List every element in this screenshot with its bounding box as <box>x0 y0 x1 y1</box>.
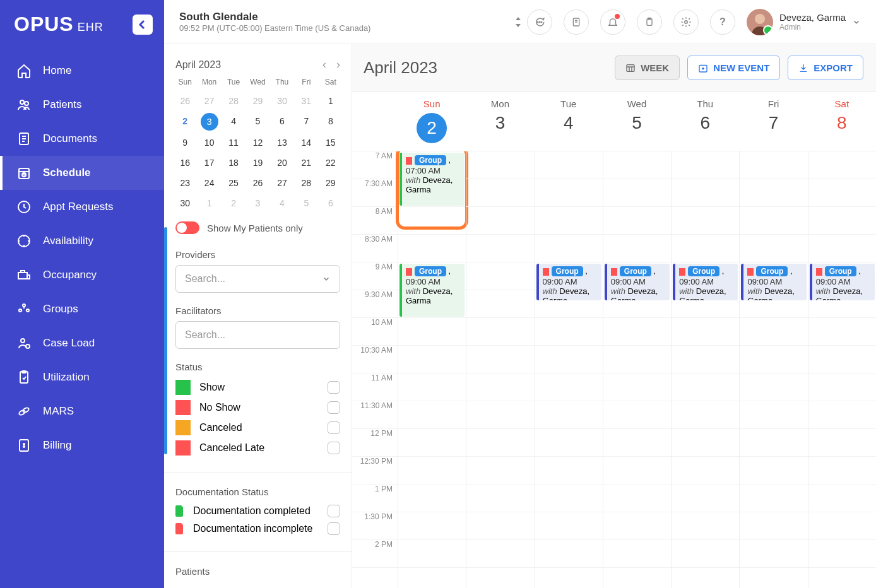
calendar-event[interactable]: Group ,09:00 AMwith Deveza, Garma <box>605 264 670 300</box>
new-event-button[interactable]: NEW EVENT <box>687 56 780 80</box>
mini-cal-day[interactable]: 31 <box>294 93 318 109</box>
clipboard-icon[interactable] <box>637 9 662 35</box>
sidebar-item-appt-requests[interactable]: Appt Requests <box>0 190 164 224</box>
sidebar-item-documents[interactable]: Documents <box>0 122 164 156</box>
mini-cal-day[interactable]: 26 <box>246 175 269 191</box>
mini-cal-day[interactable]: 28 <box>294 175 318 191</box>
sidebar-item-utilization[interactable]: Utilization <box>0 360 164 394</box>
mini-cal-day[interactable]: 6 <box>270 113 294 131</box>
day-column[interactable]: Group ,09:00 AMwith Deveza, Garma <box>671 151 739 588</box>
mini-cal-day[interactable]: 2 <box>173 113 197 131</box>
sidebar-item-availability[interactable]: Availability <box>0 224 164 258</box>
sidebar-item-occupancy[interactable]: Occupancy <box>0 258 164 292</box>
facilitators-input[interactable] <box>175 321 340 349</box>
mini-cal-day[interactable]: 16 <box>173 155 197 171</box>
dow-header[interactable]: Fri7 <box>739 92 807 151</box>
day-column[interactable]: Group ,09:00 AMwith Deveza, Garma <box>739 151 807 588</box>
mini-cal-day[interactable]: 1 <box>319 93 343 109</box>
mini-cal-day[interactable]: 3 <box>201 113 218 131</box>
mini-cal-day[interactable]: 11 <box>222 134 246 151</box>
calendar-event[interactable]: Group ,09:00 AMwith Deveza, Garma <box>400 264 465 317</box>
mini-cal-day[interactable]: 29 <box>319 175 343 191</box>
mini-cal-day[interactable]: 30 <box>173 195 197 211</box>
day-column[interactable]: Group ,09:00 AMwith Deveza, Garma <box>535 151 603 588</box>
mini-cal-day[interactable]: 5 <box>246 113 269 131</box>
status-checkbox[interactable] <box>328 401 340 414</box>
settings-icon[interactable] <box>673 9 699 35</box>
day-column[interactable]: Group ,07:00 AMwith Deveza, GarmaGroup ,… <box>398 151 466 588</box>
mini-cal-day[interactable]: 2 <box>222 195 246 211</box>
calendar-event[interactable]: Group ,09:00 AMwith Deveza, Garma <box>741 264 806 300</box>
mini-cal-day[interactable]: 14 <box>294 134 318 151</box>
help-icon[interactable]: ? <box>710 9 735 35</box>
mini-cal-day[interactable]: 25 <box>222 175 246 191</box>
mini-cal-day[interactable]: 30 <box>270 93 294 109</box>
calendar-event[interactable]: Group ,09:00 AMwith Deveza, Garma <box>673 264 738 300</box>
mini-cal-day[interactable]: 13 <box>270 134 294 151</box>
mini-cal-day[interactable]: 22 <box>319 155 343 171</box>
mini-cal-day[interactable]: 3 <box>246 195 269 211</box>
mini-cal-day[interactable]: 19 <box>246 155 269 171</box>
location-switcher[interactable] <box>512 17 522 27</box>
day-column[interactable] <box>466 151 534 588</box>
notes-icon[interactable] <box>564 9 589 35</box>
status-checkbox[interactable] <box>328 442 340 454</box>
sidebar-item-mars[interactable]: MARS <box>0 394 164 428</box>
mini-cal-dow: Fri <box>294 78 318 89</box>
export-button[interactable]: EXPORT <box>788 56 863 80</box>
time-label: 12 PM <box>352 429 398 457</box>
user-menu[interactable]: Deveza, Garma Admin <box>747 9 861 35</box>
status-checkbox[interactable] <box>328 381 340 394</box>
sidebar-item-groups[interactable]: Groups <box>0 292 164 326</box>
doc-status-checkbox[interactable] <box>328 505 340 517</box>
mini-cal-day[interactable]: 6 <box>319 195 343 211</box>
dow-header[interactable]: Sun2 <box>398 92 466 151</box>
day-column[interactable]: Group ,09:00 AMwith Deveza, Garma <box>603 151 671 588</box>
mini-cal-day[interactable]: 4 <box>270 195 294 211</box>
mini-cal-day[interactable]: 7 <box>294 113 318 131</box>
day-column[interactable]: Group ,09:00 AMwith Deveza, Garma <box>808 151 876 588</box>
view-week-button[interactable]: WEEK <box>615 56 680 80</box>
dow-header[interactable]: Thu6 <box>671 92 739 151</box>
mini-cal-day[interactable]: 23 <box>173 175 197 191</box>
mini-cal-day[interactable]: 20 <box>270 155 294 171</box>
sidebar-item-case-load[interactable]: Case Load <box>0 326 164 360</box>
calendar-event[interactable]: Group ,09:00 AMwith Deveza, Garma <box>810 264 875 300</box>
dow-header[interactable]: Wed5 <box>603 92 671 151</box>
mini-cal-day[interactable]: 27 <box>197 93 221 109</box>
mini-cal-day[interactable]: 4 <box>222 113 246 131</box>
dow-header[interactable]: Mon3 <box>466 92 534 151</box>
mini-cal-prev[interactable]: ‹ <box>323 58 326 71</box>
doc-status-checkbox[interactable] <box>328 522 340 535</box>
mini-cal-day[interactable]: 9 <box>173 134 197 151</box>
sidebar-collapse-button[interactable] <box>133 15 153 35</box>
show-my-patients-toggle[interactable] <box>175 221 199 234</box>
mini-cal-day[interactable]: 5 <box>294 195 318 211</box>
calendar-event[interactable]: Group ,07:00 AMwith Deveza, Garma <box>400 153 465 206</box>
mini-cal-day[interactable]: 18 <box>222 155 246 171</box>
mini-cal-day[interactable]: 17 <box>197 155 221 171</box>
notifications-icon[interactable] <box>600 9 625 35</box>
mini-cal-day[interactable]: 29 <box>246 93 269 109</box>
mini-cal-day[interactable]: 12 <box>246 134 269 151</box>
dow-header[interactable]: Sat8 <box>808 92 876 151</box>
mini-cal-day[interactable]: 1 <box>197 195 221 211</box>
mini-cal-day[interactable]: 28 <box>222 93 246 109</box>
messages-icon[interactable] <box>527 9 552 35</box>
calendar-event[interactable]: Group ,09:00 AMwith Deveza, Garma <box>536 264 601 300</box>
mini-cal-next[interactable]: › <box>336 58 340 71</box>
sidebar-item-patients[interactable]: Patients <box>0 88 164 122</box>
mini-cal-day[interactable]: 26 <box>173 93 197 109</box>
sidebar-item-home[interactable]: Home <box>0 54 164 88</box>
status-checkbox[interactable] <box>328 421 340 434</box>
dow-header[interactable]: Tue4 <box>535 92 603 151</box>
mini-cal-day[interactable]: 8 <box>319 113 343 131</box>
mini-cal-day[interactable]: 27 <box>270 175 294 191</box>
mini-cal-day[interactable]: 24 <box>197 175 221 191</box>
mini-cal-day[interactable]: 15 <box>319 134 343 151</box>
sidebar-item-schedule[interactable]: Schedule <box>0 156 164 190</box>
mini-cal-day[interactable]: 21 <box>294 155 318 171</box>
providers-select[interactable]: Search... <box>175 265 340 293</box>
sidebar-item-billing[interactable]: Billing <box>0 428 164 462</box>
mini-cal-day[interactable]: 10 <box>197 134 221 151</box>
